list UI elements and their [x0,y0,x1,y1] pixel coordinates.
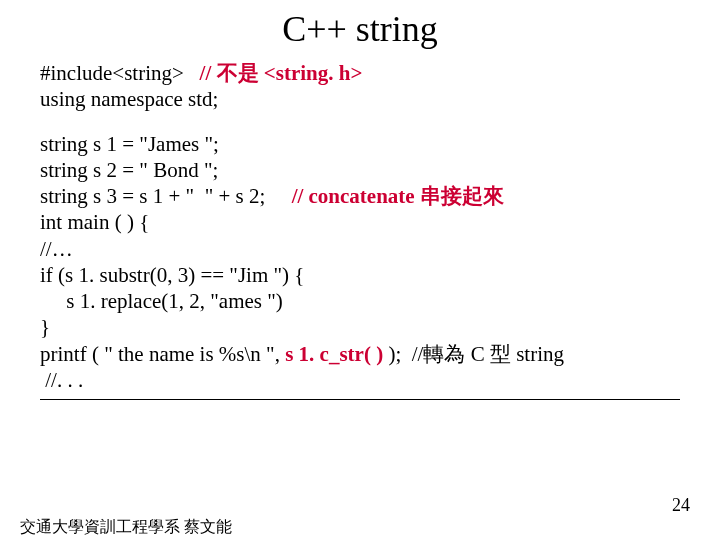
line-1-comment: // 不是 <string. h> [200,61,363,85]
line-4: string s 2 = " Bond "; [40,158,218,182]
gap [40,113,680,131]
line-9: s 1. replace(1, 2, "ames ") [40,289,283,313]
slide-title: C++ string [0,8,720,50]
slide: C++ string #include<string> // 不是 <strin… [0,8,720,540]
content-area: #include<string> // 不是 <string. h> using… [40,60,680,400]
line-11a: printf ( " the name is %s\n ", [40,342,285,366]
line-5-comment: // concatenate 串接起來 [292,184,504,208]
line-5a: string s 3 = s 1 + " " + s 2; [40,184,292,208]
line-7: //… [40,237,73,261]
code-block: #include<string> // 不是 <string. h> using… [40,60,680,393]
footer-text: 交通大學資訓工程學系 蔡文能 [20,517,232,538]
line-11-cstr: s 1. c_str( ) [285,342,383,366]
line-8: if (s 1. substr(0, 3) == "Jim ") { [40,263,304,287]
line-12: //. . . [40,368,83,392]
line-6: int main ( ) { [40,210,149,234]
line-3: string s 1 = "James "; [40,132,219,156]
line-2: using namespace std; [40,87,218,111]
line-11c: ); //轉為 C 型 string [383,342,564,366]
line-1a: #include<string> [40,61,200,85]
line-10: } [40,315,50,339]
page-number: 24 [672,495,690,516]
